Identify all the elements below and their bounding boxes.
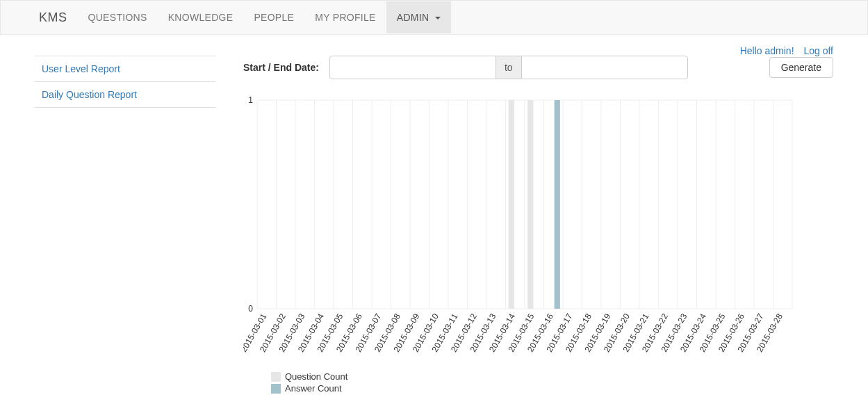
generate-button[interactable]: Generate — [769, 57, 833, 78]
bar — [527, 100, 533, 309]
bar — [509, 100, 514, 309]
end-date-input[interactable] — [521, 56, 688, 79]
sidebar-item-daily-question-report[interactable]: Daily Question Report — [35, 82, 215, 108]
nav-item-my-profile[interactable]: MY PROFILE — [304, 1, 386, 33]
nav-item-knowledge[interactable]: KNOWLEDGE — [158, 1, 244, 33]
main-content: Start / End Date: to Generate 012015-03-… — [243, 56, 833, 395]
legend-label-question: Question Count — [285, 371, 347, 382]
svg-text:0: 0 — [248, 304, 253, 314]
greeting-link[interactable]: Hello admin! — [740, 45, 794, 56]
sidebar-item-user-level-report[interactable]: User Level Report — [35, 56, 215, 82]
start-date-input[interactable] — [329, 56, 496, 79]
sidebar: User Level ReportDaily Question Report — [35, 56, 215, 395]
nav-item-questions[interactable]: QUESTIONS — [78, 1, 158, 33]
navbar-nav: QUESTIONS KNOWLEDGE PEOPLE MY PROFILE AD… — [78, 1, 451, 33]
date-filter-row: Start / End Date: to Generate — [243, 56, 833, 79]
to-addon: to — [496, 56, 521, 79]
date-label: Start / End Date: — [243, 62, 319, 73]
svg-text:1: 1 — [248, 95, 253, 105]
sidebar-list: User Level ReportDaily Question Report — [35, 56, 215, 108]
chart: 012015-03-012015-03-022015-03-032015-03-… — [243, 93, 799, 394]
navbar-brand[interactable]: KMS — [39, 10, 78, 25]
legend-question: Question Count — [271, 371, 799, 382]
navbar: KMS QUESTIONS KNOWLEDGE PEOPLE MY PROFIL… — [0, 0, 868, 35]
legend-answer: Answer Count — [271, 383, 799, 394]
nav-item-people[interactable]: PEOPLE — [243, 1, 304, 33]
bar — [555, 100, 560, 309]
legend: Question Count Answer Count — [271, 371, 799, 394]
legend-swatch-answer — [271, 384, 281, 394]
date-input-group: to — [329, 56, 688, 79]
legend-label-answer: Answer Count — [285, 383, 342, 394]
caret-icon — [435, 17, 441, 19]
page-container: Hello admin! Log off User Level ReportDa… — [0, 35, 868, 409]
nav-item-admin[interactable]: ADMIN — [386, 1, 451, 33]
chart-svg: 012015-03-012015-03-022015-03-032015-03-… — [243, 93, 799, 364]
legend-swatch-question — [271, 372, 281, 382]
top-links: Hello admin! Log off — [733, 45, 833, 56]
logoff-link[interactable]: Log off — [803, 45, 833, 56]
